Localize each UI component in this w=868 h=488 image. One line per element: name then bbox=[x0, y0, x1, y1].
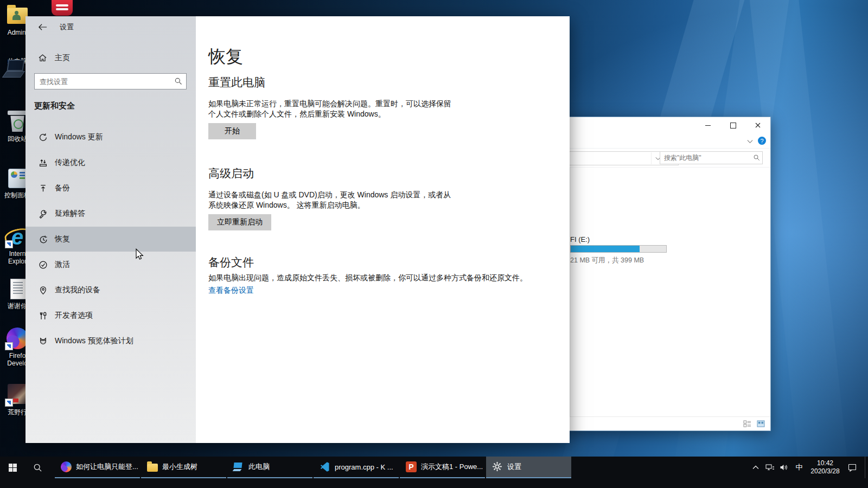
taskbar-search-button[interactable] bbox=[25, 457, 50, 478]
close-button[interactable] bbox=[745, 117, 770, 133]
taskbar-app-folder[interactable]: 最小生成树 bbox=[141, 457, 226, 478]
backup-description: 如果电脑出现问题，造成原始文件丢失、损坏或被删除，你可以通过多种方式备份和还原文… bbox=[208, 273, 527, 283]
drive-usage-bar bbox=[570, 245, 667, 253]
shortcut-arrow-icon bbox=[5, 342, 13, 350]
reset-description-line1: 如果电脑未正常运行，重置电脑可能会解决问题。重置时，可以选择保留 bbox=[208, 99, 451, 109]
explorer-title-bar bbox=[566, 117, 770, 133]
sidebar-item-delivery-optimization[interactable]: 传递优化 bbox=[25, 150, 196, 175]
restart-now-button[interactable]: 立即重新启动 bbox=[208, 214, 271, 230]
explorer-content: FI (E:) 21 MB 可用，共 399 MB bbox=[566, 167, 770, 417]
drive-name[interactable]: FI (E:) bbox=[570, 235, 590, 243]
explorer-status-bar bbox=[566, 416, 770, 431]
sidebar-item-troubleshoot[interactable]: 疑难解答 bbox=[25, 201, 196, 226]
settings-content: 恢复 重置此电脑 如果电脑未正常运行，重置电脑可能会解决问题。重置时，可以选择保… bbox=[196, 16, 570, 443]
search-icon bbox=[174, 77, 182, 85]
computer-icon bbox=[4, 60, 24, 78]
sidebar-home[interactable]: 主页 bbox=[25, 49, 196, 67]
sidebar-item-windows-update[interactable]: Windows 更新 bbox=[25, 125, 196, 150]
explorer-address-row bbox=[566, 149, 770, 167]
sync-icon bbox=[38, 133, 48, 142]
ribbon-collapse-icon[interactable] bbox=[747, 136, 753, 146]
settings-sidebar: 设置 主页 更新和安全 Windows 更新 bbox=[25, 16, 196, 443]
search-icon bbox=[753, 154, 760, 161]
powerpoint-icon: P bbox=[406, 461, 417, 472]
sidebar-item-backup[interactable]: 备份 bbox=[25, 176, 196, 201]
drive-usage-fill bbox=[571, 246, 640, 252]
history-icon bbox=[38, 235, 48, 244]
category-header: 更新和安全 bbox=[34, 101, 75, 111]
tray-time: 10:42 bbox=[807, 459, 843, 467]
shortcut-arrow-icon bbox=[5, 399, 13, 407]
taskbar-app-firefox[interactable]: 如何让电脑只能登... bbox=[55, 457, 140, 478]
explorer-search-box bbox=[660, 151, 763, 164]
home-icon bbox=[38, 54, 47, 62]
ime-indicator[interactable]: 中 bbox=[791, 463, 807, 472]
file-explorer-window: ? FI (E:) 21 bbox=[566, 117, 771, 431]
network-icon[interactable] bbox=[763, 457, 777, 478]
action-center-icon[interactable] bbox=[843, 457, 861, 478]
maximize-button[interactable] bbox=[720, 117, 745, 133]
ninja-cat-icon bbox=[38, 337, 48, 346]
sidebar-item-developer-options[interactable]: 开发者选项 bbox=[25, 303, 196, 328]
back-button[interactable] bbox=[34, 21, 50, 33]
folder-icon bbox=[147, 464, 158, 472]
taskbar-app-settings[interactable]: 设置 bbox=[486, 457, 571, 478]
gear-icon bbox=[492, 461, 503, 472]
drive-usage-text: 21 MB 可用，共 399 MB bbox=[570, 256, 644, 265]
home-label: 主页 bbox=[55, 53, 70, 63]
delivery-optimization-icon bbox=[38, 158, 48, 168]
search-icon bbox=[33, 463, 42, 472]
advanced-description-line2: 系统映像还原 Windows。 这将重新启动电脑。 bbox=[208, 200, 365, 210]
reset-description-line2: 个人文件或删除个人文件，然后重新安装 Windows。 bbox=[208, 109, 386, 119]
map-pin-icon bbox=[38, 286, 48, 295]
red-app-icon[interactable] bbox=[52, 0, 73, 16]
get-started-button[interactable]: 开始 bbox=[208, 123, 256, 139]
page-title: 恢复 bbox=[208, 45, 243, 69]
developer-tools-icon bbox=[38, 311, 48, 320]
help-icon[interactable]: ? bbox=[758, 137, 766, 145]
taskbar-app-powerpoint[interactable]: P 演示文稿1 - Powe... bbox=[400, 457, 485, 478]
start-button[interactable] bbox=[0, 457, 25, 478]
windows-logo-icon bbox=[9, 464, 17, 472]
computer-icon bbox=[233, 461, 244, 472]
pane-separator bbox=[570, 168, 570, 417]
backup-files-heading: 备份文件 bbox=[208, 255, 254, 270]
sidebar-item-activation[interactable]: 激活 bbox=[25, 252, 196, 277]
shortcut-arrow-icon bbox=[5, 240, 13, 248]
show-desktop-button[interactable] bbox=[865, 457, 868, 478]
vscode-icon bbox=[320, 461, 330, 472]
taskbar: 如何让电脑只能登... 最小生成树 此电脑 program.cpp - K ..… bbox=[0, 457, 868, 488]
tray-clock[interactable]: 10:42 2020/3/28 bbox=[807, 459, 843, 476]
system-tray: 中 10:42 2020/3/28 bbox=[749, 457, 868, 478]
details-view-icon[interactable] bbox=[743, 420, 751, 427]
advanced-description-line1: 通过设备或磁盘(如 U 盘或 DVD)启动，更改 Windows 启动设置，或者… bbox=[208, 190, 451, 200]
view-backup-settings-link[interactable]: 查看备份设置 bbox=[208, 286, 254, 296]
reset-heading: 重置此电脑 bbox=[208, 75, 265, 90]
explorer-search-input[interactable] bbox=[660, 151, 763, 164]
sidebar-item-find-my-device[interactable]: 查找我的设备 bbox=[25, 278, 196, 303]
mouse-cursor bbox=[135, 248, 144, 262]
wrench-icon bbox=[38, 209, 48, 219]
desktop: Admini 此电脑 回收站 控制面板 e Intern Explor 谢谢你 … bbox=[0, 0, 868, 488]
check-circle-icon bbox=[38, 260, 48, 269]
settings-search-box bbox=[34, 73, 187, 89]
advanced-startup-heading: 高级启动 bbox=[208, 166, 254, 181]
sidebar-item-windows-insider[interactable]: Windows 预览体验计划 bbox=[25, 329, 196, 354]
settings-search-input[interactable] bbox=[34, 73, 187, 89]
sidebar-item-recovery[interactable]: 恢复 bbox=[25, 227, 196, 252]
explorer-ribbon-row: ? bbox=[566, 133, 770, 149]
backup-icon bbox=[38, 184, 48, 193]
firefox-icon bbox=[61, 461, 72, 472]
tray-chevron-icon[interactable] bbox=[749, 457, 763, 478]
tray-date: 2020/3/28 bbox=[807, 467, 843, 476]
taskbar-app-vscode[interactable]: program.cpp - K ... bbox=[314, 457, 399, 478]
taskbar-app-this-pc[interactable]: 此电脑 bbox=[227, 457, 312, 478]
settings-window: 设置 主页 更新和安全 Windows 更新 bbox=[25, 16, 570, 443]
minimize-button[interactable] bbox=[695, 117, 720, 133]
volume-icon[interactable] bbox=[777, 457, 791, 478]
settings-window-title: 设置 bbox=[60, 22, 74, 32]
large-icons-view-icon[interactable] bbox=[757, 420, 765, 427]
